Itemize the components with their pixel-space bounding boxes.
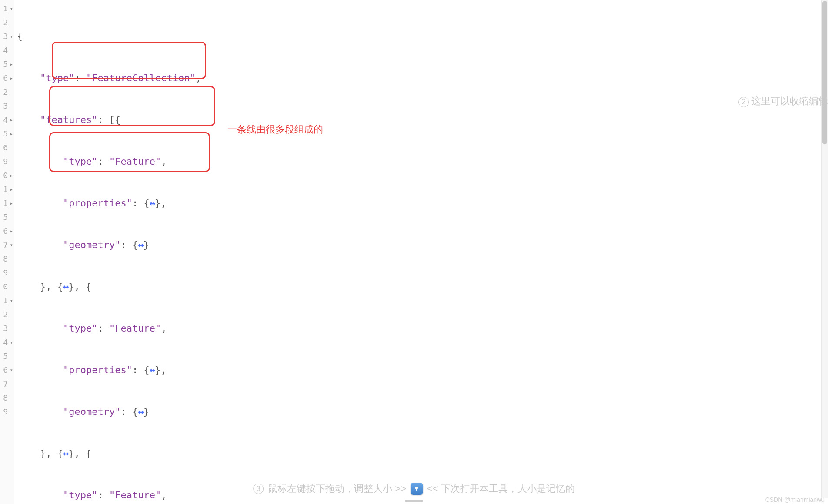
code-line[interactable]: }, {↔}, { bbox=[17, 447, 828, 461]
collapse-icon[interactable]: ↔ bbox=[150, 365, 155, 375]
code-line[interactable]: "geometry": {↔} bbox=[17, 238, 828, 252]
gutter-line[interactable]: 8 bbox=[0, 252, 14, 266]
hint-number-icon: 2 bbox=[738, 97, 749, 107]
code-line[interactable]: "properties": {↔}, bbox=[17, 196, 828, 210]
gutter-line[interactable]: 5 bbox=[0, 349, 14, 363]
gutter-line[interactable]: 7 bbox=[0, 377, 14, 391]
fold-marker-icon[interactable]: ▾ bbox=[9, 294, 13, 308]
fold-marker-icon[interactable]: ▸ bbox=[9, 127, 13, 141]
gutter-line[interactable]: 1▾ bbox=[0, 294, 14, 308]
gutter-line[interactable]: 9 bbox=[0, 266, 14, 280]
hint-number-icon: 3 bbox=[253, 484, 264, 494]
collapse-icon[interactable]: ↔ bbox=[63, 448, 68, 459]
vertical-scrollbar[interactable] bbox=[821, 0, 828, 498]
gutter-line[interactable]: 4 bbox=[0, 43, 14, 57]
gutter-line[interactable]: 2 bbox=[0, 85, 14, 99]
drag-handle-icon bbox=[405, 500, 423, 502]
fold-marker-icon[interactable]: ▸ bbox=[9, 71, 13, 85]
code-line[interactable]: "type": "Feature", bbox=[17, 155, 828, 169]
gutter-line[interactable]: 2 bbox=[0, 308, 14, 322]
gutter-line[interactable]: 5▸ bbox=[0, 57, 14, 71]
fold-marker-icon[interactable]: ▸ bbox=[9, 196, 13, 210]
gutter-line[interactable]: 7▾ bbox=[0, 238, 14, 252]
collapse-icon[interactable]: ↔ bbox=[150, 198, 155, 209]
gutter-line[interactable]: 6▸ bbox=[0, 224, 14, 238]
gutter-line[interactable]: 4▸ bbox=[0, 113, 14, 127]
gutter-line[interactable]: 0▸ bbox=[0, 169, 14, 182]
gutter-line[interactable]: 3▾ bbox=[0, 30, 14, 43]
resize-hint: 3 鼠标左键按下拖动，调整大小 >> ▼ << 下次打开本工具，大小是记忆的 bbox=[253, 482, 575, 495]
line-number-gutter[interactable]: 1▾ 2 3▾ 4 5▸ 6▸ 2 3 4▸ 5▸ 6 9 0▸ 1▸ 1▸ 5… bbox=[0, 0, 14, 504]
annotation-text: 一条线由很多段组成的 bbox=[227, 123, 323, 136]
code-line[interactable]: "features": [{ bbox=[17, 113, 828, 127]
gutter-line[interactable]: 2 bbox=[0, 16, 14, 30]
fold-marker-icon[interactable]: ▾ bbox=[9, 238, 13, 252]
gutter-line[interactable]: 4▾ bbox=[0, 335, 14, 349]
collapse-icon[interactable]: ↔ bbox=[63, 281, 68, 292]
gutter-line[interactable]: 6▸ bbox=[0, 71, 14, 85]
code-line[interactable]: "type": "FeatureCollection", bbox=[17, 71, 828, 85]
down-arrow-icon[interactable]: ▼ bbox=[411, 483, 423, 495]
code-line[interactable]: "type": "Feature", bbox=[17, 322, 828, 335]
collapse-hint: 2这里可以收缩编辑 bbox=[738, 95, 828, 108]
collapse-icon[interactable]: ↔ bbox=[138, 239, 143, 250]
gutter-line[interactable]: 3 bbox=[0, 99, 14, 113]
code-line[interactable]: "geometry": {↔} bbox=[17, 405, 828, 419]
fold-marker-icon[interactable]: ▾ bbox=[9, 30, 13, 43]
watermark: CSDN @mianmianwu bbox=[765, 496, 825, 503]
code-line[interactable]: "properties": {↔}, bbox=[17, 363, 828, 377]
fold-marker-icon[interactable]: ▸ bbox=[9, 182, 13, 196]
resize-handle[interactable] bbox=[0, 498, 828, 504]
gutter-line[interactable]: 3 bbox=[0, 322, 14, 335]
gutter-line[interactable]: 9 bbox=[0, 405, 14, 419]
collapse-icon[interactable]: ↔ bbox=[138, 406, 143, 417]
fold-marker-icon[interactable]: ▸ bbox=[9, 57, 13, 71]
fold-marker-icon[interactable]: ▾ bbox=[9, 335, 13, 349]
code-line[interactable]: }, {↔}, { bbox=[17, 280, 828, 294]
gutter-line[interactable]: 1▸ bbox=[0, 196, 14, 210]
gutter-line[interactable]: 8 bbox=[0, 391, 14, 405]
fold-marker-icon[interactable]: ▾ bbox=[9, 363, 13, 377]
code-line[interactable]: { bbox=[17, 30, 828, 43]
gutter-line[interactable]: 9 bbox=[0, 155, 14, 169]
fold-marker-icon[interactable]: ▾ bbox=[9, 2, 13, 16]
gutter-line[interactable]: 5 bbox=[0, 210, 14, 224]
code-editor: 1▾ 2 3▾ 4 5▸ 6▸ 2 3 4▸ 5▸ 6 9 0▸ 1▸ 1▸ 5… bbox=[0, 0, 828, 504]
gutter-line[interactable]: 0 bbox=[0, 280, 14, 294]
fold-marker-icon[interactable]: ▸ bbox=[9, 224, 13, 238]
fold-marker-icon[interactable]: ▸ bbox=[9, 169, 13, 182]
gutter-line[interactable]: 1▸ bbox=[0, 182, 14, 196]
gutter-line[interactable]: 1▾ bbox=[0, 2, 14, 16]
code-content[interactable]: { "type": "FeatureCollection", "features… bbox=[14, 0, 828, 504]
gutter-line[interactable]: 5▸ bbox=[0, 127, 14, 141]
gutter-line[interactable]: 6▾ bbox=[0, 363, 14, 377]
scrollbar-thumb[interactable] bbox=[822, 1, 827, 144]
fold-marker-icon[interactable]: ▸ bbox=[9, 113, 13, 127]
gutter-line[interactable]: 6 bbox=[0, 141, 14, 155]
